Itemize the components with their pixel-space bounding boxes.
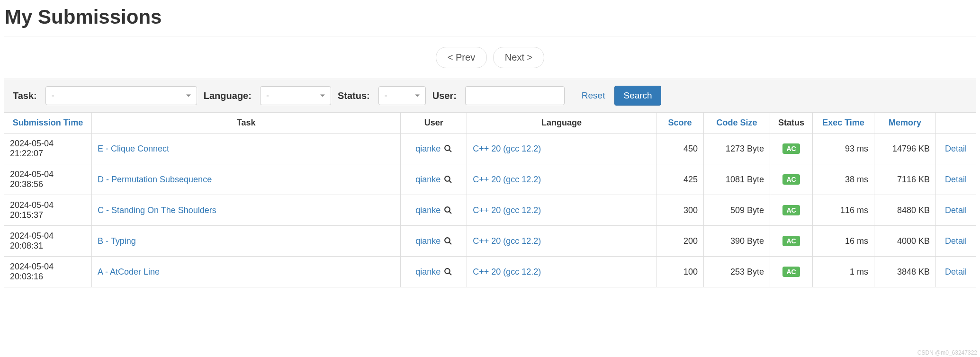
language-label: Language: <box>204 90 252 101</box>
user-label: User: <box>432 90 457 101</box>
page-title: My Submissions <box>5 6 976 28</box>
user-link[interactable]: qianke <box>415 144 441 153</box>
table-header-row: Submission Time Task User Language Score… <box>4 113 976 134</box>
cell-score: 300 <box>656 195 704 226</box>
cell-size: 390 Byte <box>704 226 770 257</box>
col-score[interactable]: Score <box>668 118 692 127</box>
language-link[interactable]: C++ 20 (gcc 12.2) <box>473 144 541 153</box>
cell-size: 1081 Byte <box>704 164 770 195</box>
reset-link[interactable]: Reset <box>582 90 605 101</box>
task-link[interactable]: B - Typing <box>98 236 136 246</box>
svg-point-6 <box>445 238 450 243</box>
cell-mem: 7116 KB <box>874 164 936 195</box>
svg-point-0 <box>445 145 450 151</box>
cell-mem: 3848 KB <box>874 257 936 287</box>
svg-line-3 <box>450 180 451 182</box>
prev-button[interactable]: < Prev <box>436 47 487 68</box>
detail-link[interactable]: Detail <box>945 236 967 246</box>
status-label: Status: <box>338 90 370 101</box>
detail-link[interactable]: Detail <box>945 267 967 277</box>
divider <box>4 36 976 36</box>
col-submission-time[interactable]: Submission Time <box>13 118 83 127</box>
status-select[interactable]: - <box>378 86 426 105</box>
cell-mem: 4000 KB <box>874 226 936 257</box>
cell-time: 2024-05-04 20:03:16 <box>4 257 92 287</box>
table-row: 2024-05-04 20:15:37C - Standing On The S… <box>4 195 976 226</box>
svg-point-4 <box>445 207 450 212</box>
next-button[interactable]: Next > <box>493 47 544 68</box>
language-link[interactable]: C++ 20 (gcc 12.2) <box>473 267 541 277</box>
cell-time: 2024-05-04 20:08:31 <box>4 226 92 257</box>
task-label: Task: <box>13 90 37 101</box>
col-user: User <box>401 113 467 134</box>
user-input[interactable] <box>465 86 565 105</box>
svg-line-1 <box>450 150 451 152</box>
cell-score: 200 <box>656 226 704 257</box>
cell-time: 2024-05-04 21:22:07 <box>4 134 92 164</box>
table-row: 2024-05-04 20:08:31B - Typingqianke C++ … <box>4 226 976 257</box>
cell-score: 450 <box>656 134 704 164</box>
language-link[interactable]: C++ 20 (gcc 12.2) <box>473 175 541 184</box>
user-link[interactable]: qianke <box>415 205 441 215</box>
task-link[interactable]: C - Standing On The Shoulders <box>98 205 216 215</box>
search-button[interactable]: Search <box>614 86 661 106</box>
search-icon[interactable] <box>443 267 452 277</box>
cell-exec: 93 ms <box>813 134 874 164</box>
table-row: 2024-05-04 20:38:56D - Permutation Subse… <box>4 164 976 195</box>
svg-line-7 <box>450 242 451 244</box>
cell-size: 509 Byte <box>704 195 770 226</box>
submissions-table: Submission Time Task User Language Score… <box>4 112 976 287</box>
cell-size: 1273 Byte <box>704 134 770 164</box>
detail-link[interactable]: Detail <box>945 144 967 153</box>
table-row: 2024-05-04 21:22:07E - Clique Connectqia… <box>4 134 976 164</box>
col-task: Task <box>92 113 401 134</box>
col-code-size[interactable]: Code Size <box>716 118 757 127</box>
user-link[interactable]: qianke <box>415 175 441 184</box>
cell-exec: 16 ms <box>813 226 874 257</box>
task-link[interactable]: E - Clique Connect <box>98 144 169 153</box>
status-badge: AC <box>782 236 800 246</box>
cell-time: 2024-05-04 20:15:37 <box>4 195 92 226</box>
detail-link[interactable]: Detail <box>945 175 967 184</box>
cell-time: 2024-05-04 20:38:56 <box>4 164 92 195</box>
col-memory[interactable]: Memory <box>889 118 921 127</box>
col-status: Status <box>770 113 813 134</box>
cell-exec: 1 ms <box>813 257 874 287</box>
user-link[interactable]: qianke <box>415 236 441 246</box>
search-icon[interactable] <box>443 236 452 246</box>
status-badge: AC <box>782 174 800 185</box>
pager: < Prev Next > <box>4 47 976 68</box>
svg-point-2 <box>445 176 450 181</box>
cell-exec: 116 ms <box>813 195 874 226</box>
svg-point-8 <box>445 268 450 274</box>
task-select[interactable]: - <box>45 86 197 105</box>
svg-line-5 <box>450 211 451 213</box>
language-link[interactable]: C++ 20 (gcc 12.2) <box>473 205 541 215</box>
filter-panel: Task: - Language: - Status: - User: Rese… <box>4 79 976 113</box>
svg-line-9 <box>450 273 451 275</box>
col-exec-time[interactable]: Exec Time <box>822 118 864 127</box>
task-link[interactable]: A - AtCoder Line <box>98 267 160 277</box>
cell-score: 100 <box>656 257 704 287</box>
search-icon[interactable] <box>443 144 452 153</box>
task-link[interactable]: D - Permutation Subsequence <box>98 175 212 184</box>
cell-mem: 8480 KB <box>874 195 936 226</box>
language-link[interactable]: C++ 20 (gcc 12.2) <box>473 236 541 246</box>
detail-link[interactable]: Detail <box>945 205 967 215</box>
language-select[interactable]: - <box>260 86 331 105</box>
table-row: 2024-05-04 20:03:16A - AtCoder Lineqiank… <box>4 257 976 287</box>
col-language: Language <box>467 113 656 134</box>
cell-mem: 14796 KB <box>874 134 936 164</box>
status-badge: AC <box>782 205 800 215</box>
cell-exec: 38 ms <box>813 164 874 195</box>
status-badge: AC <box>782 143 800 154</box>
cell-score: 425 <box>656 164 704 195</box>
search-icon[interactable] <box>443 205 452 215</box>
search-icon[interactable] <box>443 175 452 184</box>
cell-size: 253 Byte <box>704 257 770 287</box>
user-link[interactable]: qianke <box>415 267 441 277</box>
col-detail <box>936 113 976 134</box>
status-badge: AC <box>782 267 800 277</box>
